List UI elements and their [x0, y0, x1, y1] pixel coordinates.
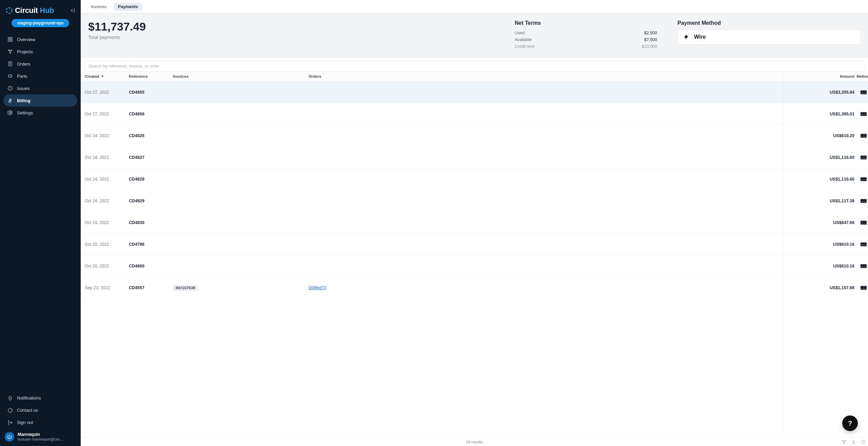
- sidebar-item-label: Notifications: [17, 395, 41, 401]
- order-link[interactable]: 000fed73: [309, 285, 326, 290]
- svg-rect-14: [861, 91, 867, 92]
- nav-bottom: NotificationsContact usSign out: [3, 392, 77, 429]
- col-created[interactable]: Created: [85, 74, 129, 78]
- cell-amount: US$610.16: [790, 242, 854, 247]
- cell-created: Oct 27, 2022: [85, 90, 129, 95]
- svg-point-6: [11, 50, 12, 51]
- wire-icon: [683, 34, 689, 40]
- power-icon: [5, 432, 14, 442]
- download-icon[interactable]: [851, 440, 856, 444]
- col-method[interactable]: Method: [854, 74, 868, 78]
- table-row[interactable]: Sep 23, 2022CD4557INV107638000fed73US$1,…: [81, 277, 868, 299]
- user-email: testuser-mannequin@circ…: [18, 437, 64, 442]
- sidebar-item-parts[interactable]: Parts: [3, 70, 77, 82]
- cell-reference: CD4828: [129, 177, 173, 182]
- cell-method: [854, 133, 868, 138]
- sidebar-item-signout[interactable]: Sign out: [3, 416, 77, 429]
- col-reference[interactable]: Reference: [129, 74, 173, 78]
- table-row[interactable]: Oct 24, 2022CD4830US$647.66: [81, 212, 868, 234]
- svg-rect-36: [861, 264, 867, 268]
- sidebar-item-notifications[interactable]: Notifications: [3, 392, 77, 404]
- svg-rect-29: [861, 200, 867, 201]
- results-count: 10 results: [466, 440, 483, 444]
- logo-mark-icon: [5, 7, 13, 14]
- cell-reference: CD4827: [129, 155, 173, 160]
- table-row[interactable]: Oct 27, 2022CD4856US$1,395.01: [81, 103, 868, 125]
- cell-created: Oct 20, 2022: [85, 264, 129, 268]
- sort-desc-icon: [101, 75, 104, 78]
- sidebar-item-billing[interactable]: Billing: [3, 94, 77, 107]
- svg-rect-3: [8, 40, 10, 41]
- sidebar-item-label: Settings: [17, 110, 33, 115]
- signout-icon: [7, 420, 13, 425]
- sidebar-item-label: Projects: [17, 49, 33, 54]
- svg-rect-2: [11, 37, 12, 39]
- tab-invoices[interactable]: Invoices: [87, 3, 111, 11]
- table-row[interactable]: Oct 24, 2022CD4829US$1,117.38: [81, 190, 868, 212]
- sidebar-item-projects[interactable]: Projects: [3, 45, 77, 58]
- sidebar-item-label: Contact us: [17, 408, 38, 413]
- sidebar-item-issues[interactable]: Issues: [3, 82, 77, 94]
- cell-method: [854, 220, 868, 225]
- table-row[interactable]: Oct 27, 2022CD4855US$3,355.84: [81, 81, 868, 103]
- sidebar-item-settings[interactable]: Settings: [3, 107, 77, 119]
- col-orders[interactable]: Orders: [309, 74, 790, 78]
- invoice-chip[interactable]: INV107638: [173, 285, 198, 291]
- cell-method: [854, 242, 868, 247]
- svg-rect-30: [861, 221, 867, 225]
- cell-amount: US$1,157.88: [790, 285, 854, 290]
- cell-method: [854, 264, 868, 268]
- payment-method-card[interactable]: Wire: [677, 30, 861, 44]
- user-block[interactable]: Mannequin testuser-mannequin@circ…: [3, 429, 77, 443]
- net-terms-title: Net Terms: [515, 20, 657, 26]
- cell-reference: CD4855: [129, 90, 173, 95]
- svg-rect-21: [861, 155, 867, 160]
- help-fab[interactable]: ?: [842, 415, 858, 431]
- filter-icon[interactable]: [842, 440, 846, 444]
- table-row[interactable]: Oct 20, 2022CD4796US$610.16: [81, 234, 868, 255]
- sidebar-collapse-icon[interactable]: [69, 7, 75, 14]
- terms-row: Available$7,500: [515, 36, 657, 43]
- parts-icon: [7, 73, 13, 79]
- projects-icon: [7, 49, 13, 54]
- cell-created: Oct 24, 2022: [85, 133, 129, 138]
- contact-icon: [7, 408, 13, 413]
- svg-rect-9: [8, 75, 12, 77]
- cell-orders: 000fed73: [309, 285, 790, 290]
- svg-rect-26: [861, 178, 867, 179]
- terms-label: Credit limit: [515, 44, 535, 49]
- table-row[interactable]: Oct 24, 2022CD4828US$1,116.60: [81, 168, 868, 190]
- notifications-icon: [7, 395, 13, 401]
- col-amount[interactable]: Amount: [790, 74, 854, 78]
- col-invoices[interactable]: Invoices: [173, 74, 309, 78]
- user-name: Mannequin: [18, 432, 64, 438]
- cell-reference: CD4800: [129, 264, 173, 268]
- card-icon: [860, 199, 867, 203]
- brand-logo[interactable]: CircuitHub: [5, 6, 54, 15]
- cell-created: Oct 24, 2022: [85, 155, 129, 160]
- billing-icon: [7, 98, 13, 103]
- table-header: Created Reference Invoices Orders Amount…: [81, 72, 868, 81]
- tab-payments[interactable]: Payments: [114, 3, 142, 11]
- svg-rect-20: [861, 134, 867, 135]
- table-row[interactable]: Oct 24, 2022CD4827US$1,116.60: [81, 147, 868, 168]
- refresh-icon[interactable]: [861, 440, 865, 444]
- issues-icon: [7, 86, 13, 91]
- cell-reference: CD4830: [129, 220, 173, 225]
- search-input[interactable]: [84, 61, 865, 72]
- cell-amount: US$1,117.38: [790, 199, 854, 203]
- cell-reference: CD4796: [129, 242, 173, 247]
- environment-badge[interactable]: staging-playground-ops: [12, 19, 69, 27]
- sidebar-item-label: Billing: [17, 98, 31, 103]
- svg-rect-15: [861, 112, 867, 116]
- table-row[interactable]: Oct 24, 2022CD4826US$610.20: [81, 125, 868, 147]
- svg-rect-27: [861, 199, 867, 203]
- sidebar-item-contact[interactable]: Contact us: [3, 404, 77, 416]
- table-row[interactable]: Oct 20, 2022CD4800US$610.16: [81, 255, 868, 277]
- cell-created: Oct 27, 2022: [85, 112, 129, 116]
- total-payments-amount: $11,737.49: [88, 20, 494, 33]
- sidebar-item-orders[interactable]: Orders: [3, 58, 77, 70]
- sidebar-item-overview[interactable]: Overview: [3, 33, 77, 45]
- svg-rect-32: [861, 221, 867, 222]
- card-icon: [860, 133, 867, 138]
